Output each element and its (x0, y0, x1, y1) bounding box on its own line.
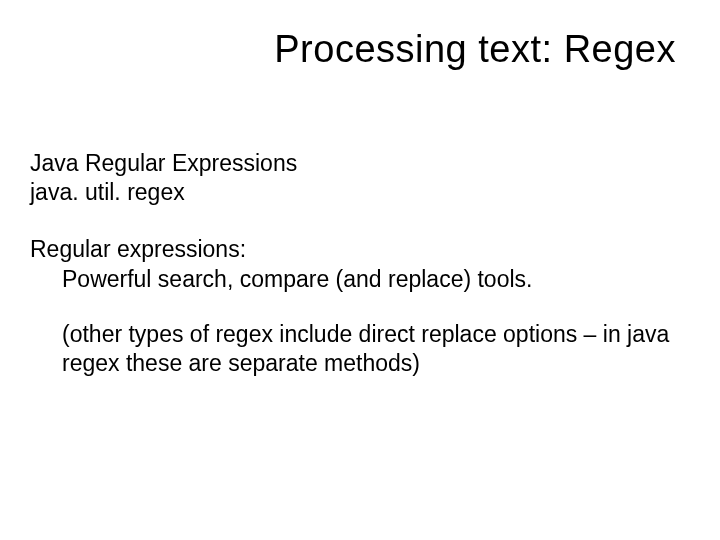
slide-title: Processing text: Regex (0, 0, 720, 71)
text-line: Powerful search, compare (and replace) t… (30, 265, 680, 294)
text-line: Java Regular Expressions (30, 149, 680, 178)
text-line: java. util. regex (30, 178, 680, 207)
text-heading: Regular expressions: (30, 235, 680, 264)
slide: Processing text: Regex Java Regular Expr… (0, 0, 720, 540)
slide-body: Java Regular Expressions java. util. reg… (0, 71, 720, 378)
section-java-regex: Java Regular Expressions java. util. reg… (30, 149, 680, 207)
text-paragraph: (other types of regex include direct rep… (30, 320, 680, 378)
section-regex-description: Regular expressions: Powerful search, co… (30, 235, 680, 378)
